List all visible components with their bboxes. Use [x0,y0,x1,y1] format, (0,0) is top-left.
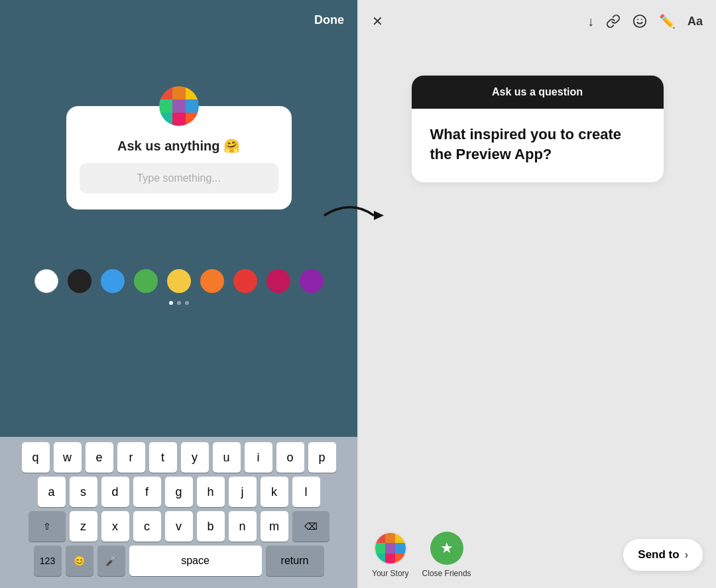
key-h[interactable]: h [197,477,225,507]
key-f[interactable]: f [133,477,161,507]
color-red[interactable] [233,269,257,293]
key-backspace[interactable]: ⌫ [292,511,329,542]
key-u[interactable]: u [213,442,241,473]
color-blue[interactable] [101,269,125,293]
keyboard-row-1: q w e r t y u i o p [3,442,355,473]
chevron-right-icon: › [685,549,688,561]
key-n[interactable]: n [229,511,257,542]
arrow-icon [318,192,390,239]
key-emoji[interactable]: 😊 [66,546,93,576]
color-white[interactable] [34,269,58,293]
your-story-option[interactable]: Your Story [372,532,409,578]
close-friends-icon: ★ [430,532,463,565]
key-r[interactable]: r [117,442,145,473]
key-x[interactable]: x [101,511,129,542]
sticker-button[interactable] [632,14,647,29]
color-pink[interactable] [267,269,290,293]
key-123[interactable]: 123 [34,546,62,576]
link-button[interactable] [606,14,621,29]
key-m[interactable]: m [261,511,288,542]
sticker-icon [159,86,199,126]
dot-indicators [169,301,189,305]
question-card-header: Ask us a question [412,76,664,109]
keyboard: q w e r t y u i o p a s d f g h j k l ⇧ … [0,437,357,588]
key-g[interactable]: g [165,477,193,507]
key-a[interactable]: a [38,477,66,507]
right-header: ✕ ↓ ✏️ Aa [359,0,716,36]
color-yellow[interactable] [167,269,191,293]
done-button[interactable]: Done [314,13,344,27]
key-w[interactable]: w [54,442,82,473]
your-story-label: Your Story [372,569,409,578]
key-b[interactable]: b [197,511,225,542]
keyboard-row-4: 123 😊 🎤 space return [3,546,355,576]
question-card: Ask us a question What inspired you to c… [412,76,664,182]
header-left: ✕ [372,13,383,29]
your-story-icon [374,532,407,565]
close-button[interactable]: ✕ [372,13,383,29]
left-panel: Done Ask us anything 🤗 Type something... [0,0,357,588]
color-picker [34,269,324,293]
key-shift[interactable]: ⇧ [29,511,66,542]
svg-point-1 [634,15,646,27]
key-c[interactable]: c [133,511,161,542]
send-to-button[interactable]: Send to › [623,539,703,571]
key-q[interactable]: q [22,442,50,473]
dot-3 [185,301,189,305]
key-s[interactable]: s [70,477,97,507]
close-friends-option[interactable]: ★ Close Friends [422,532,471,578]
question-sticker: Ask us anything 🤗 Type something... [66,106,292,209]
sticker-input[interactable]: Type something... [80,163,278,194]
header-right: ↓ ✏️ Aa [587,13,703,29]
key-z[interactable]: z [70,511,97,542]
draw-button[interactable]: ✏️ [659,13,676,29]
dot-2 [177,301,181,305]
color-green[interactable] [134,269,158,293]
keyboard-row-2: a s d f g h j k l [3,477,355,507]
key-d[interactable]: d [101,477,129,507]
key-space[interactable]: space [129,546,262,576]
key-p[interactable]: p [308,442,336,473]
close-friends-label: Close Friends [422,569,471,578]
dot-1 [169,301,173,305]
arrow-container [318,192,390,241]
right-panel: ✕ ↓ ✏️ Aa Ask us a ques [359,0,716,588]
key-v[interactable]: v [165,511,193,542]
key-j[interactable]: j [229,477,257,507]
key-l[interactable]: l [292,477,320,507]
bottom-bar: Your Story ★ Close Friends Send to › [359,522,716,588]
key-mic[interactable]: 🎤 [97,546,125,576]
send-to-label: Send to [638,548,679,561]
text-button[interactable]: Aa [687,15,703,29]
color-black[interactable] [68,269,91,293]
color-purple[interactable] [300,269,324,293]
key-t[interactable]: t [149,442,177,473]
key-o[interactable]: o [276,442,304,473]
question-card-body: What inspired you to create the Preview … [412,109,664,182]
key-i[interactable]: i [245,442,272,473]
key-y[interactable]: y [181,442,209,473]
key-e[interactable]: e [86,442,113,473]
key-return[interactable]: return [266,546,324,576]
color-orange[interactable] [200,269,224,293]
svg-marker-0 [374,211,384,220]
sticker-title: Ask us anything 🤗 [117,138,240,154]
download-button[interactable]: ↓ [587,14,594,29]
app-grid-icon [159,86,199,126]
key-k[interactable]: k [261,477,288,507]
keyboard-row-3: ⇧ z x c v b n m ⌫ [3,511,355,542]
